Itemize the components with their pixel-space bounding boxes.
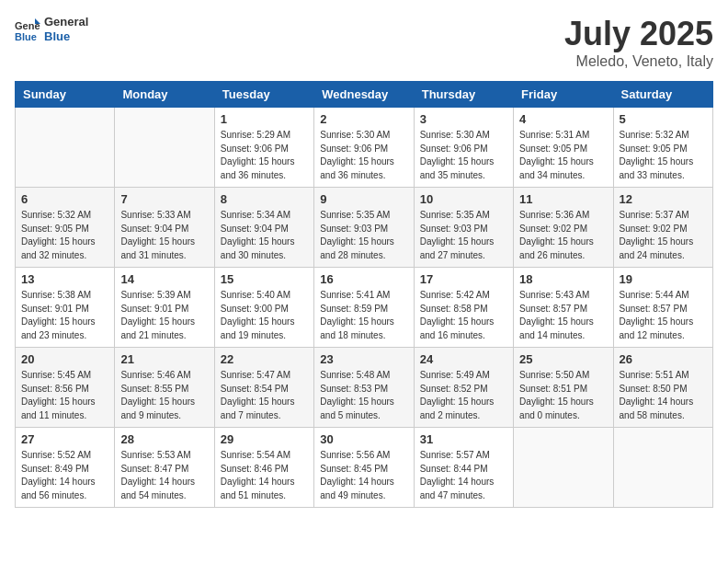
calendar-day: 9Sunrise: 5:35 AMSunset: 9:03 PMDaylight… [314,188,414,268]
day-number: 13 [21,272,108,286]
calendar-day: 24Sunrise: 5:49 AMSunset: 8:52 PMDayligh… [414,348,513,428]
day-number: 5 [620,112,707,126]
day-info: Sunrise: 5:32 AMSunset: 9:05 PMDaylight:… [21,209,108,262]
calendar-day: 31Sunrise: 5:57 AMSunset: 8:44 PMDayligh… [414,428,513,508]
svg-text:Blue: Blue [15,31,37,42]
calendar-day: 26Sunrise: 5:51 AMSunset: 8:50 PMDayligh… [613,348,712,428]
day-number: 15 [221,272,308,286]
day-number: 12 [620,192,707,206]
day-info: Sunrise: 5:53 AMSunset: 8:47 PMDaylight:… [120,449,208,502]
day-number: 27 [21,432,108,446]
day-number: 10 [420,192,507,206]
calendar-day: 10Sunrise: 5:35 AMSunset: 9:03 PMDayligh… [414,188,513,268]
calendar-day: 14Sunrise: 5:39 AMSunset: 9:01 PMDayligh… [115,268,214,348]
day-info: Sunrise: 5:43 AMSunset: 8:57 PMDaylight:… [519,289,607,342]
day-number: 19 [620,272,707,286]
day-info: Sunrise: 5:35 AMSunset: 9:03 PMDaylight:… [420,209,507,262]
day-info: Sunrise: 5:34 AMSunset: 9:04 PMDaylight:… [221,209,308,262]
weekday-header-thursday: Thursday [414,82,513,108]
calendar-day: 16Sunrise: 5:41 AMSunset: 8:59 PMDayligh… [314,268,414,348]
day-info: Sunrise: 5:46 AMSunset: 8:55 PMDaylight:… [120,369,208,422]
calendar-day: 22Sunrise: 5:47 AMSunset: 8:54 PMDayligh… [214,348,313,428]
calendar-day: 19Sunrise: 5:44 AMSunset: 8:57 PMDayligh… [613,268,712,348]
day-number: 14 [120,272,208,286]
calendar-day: 27Sunrise: 5:52 AMSunset: 8:49 PMDayligh… [16,428,115,508]
calendar-day: 21Sunrise: 5:46 AMSunset: 8:55 PMDayligh… [115,348,214,428]
calendar-day [115,108,214,188]
day-number: 7 [120,192,208,206]
day-number: 6 [21,192,108,206]
calendar-day [514,428,613,508]
calendar-day: 1Sunrise: 5:29 AMSunset: 9:06 PMDaylight… [214,108,313,188]
day-number: 31 [420,432,507,446]
weekday-header-tuesday: Tuesday [214,82,313,108]
calendar-day: 3Sunrise: 5:30 AMSunset: 9:06 PMDaylight… [414,108,513,188]
calendar-week-1: 1Sunrise: 5:29 AMSunset: 9:06 PMDaylight… [16,108,713,188]
day-info: Sunrise: 5:38 AMSunset: 9:01 PMDaylight:… [21,289,108,342]
day-info: Sunrise: 5:51 AMSunset: 8:50 PMDaylight:… [620,369,707,422]
calendar-day: 6Sunrise: 5:32 AMSunset: 9:05 PMDaylight… [16,188,115,268]
day-number: 3 [420,112,507,126]
calendar-day: 23Sunrise: 5:48 AMSunset: 8:53 PMDayligh… [314,348,414,428]
calendar-day: 5Sunrise: 5:32 AMSunset: 9:05 PMDaylight… [613,108,712,188]
logo-blue: Blue [44,29,88,44]
page-header: General Blue General Blue July 2025 Mele… [15,15,713,70]
calendar-day: 15Sunrise: 5:40 AMSunset: 9:00 PMDayligh… [214,268,313,348]
day-number: 25 [519,352,607,366]
location: Meledo, Veneto, Italy [564,53,713,70]
day-number: 21 [120,352,208,366]
day-number: 17 [420,272,507,286]
day-info: Sunrise: 5:50 AMSunset: 8:51 PMDaylight:… [519,369,607,422]
day-info: Sunrise: 5:33 AMSunset: 9:04 PMDaylight:… [120,209,208,262]
calendar-day: 28Sunrise: 5:53 AMSunset: 8:47 PMDayligh… [115,428,214,508]
day-number: 22 [221,352,308,366]
day-info: Sunrise: 5:44 AMSunset: 8:57 PMDaylight:… [620,289,707,342]
calendar-day [613,428,712,508]
day-info: Sunrise: 5:36 AMSunset: 9:02 PMDaylight:… [519,209,607,262]
weekday-header-sunday: Sunday [16,82,115,108]
day-info: Sunrise: 5:37 AMSunset: 9:02 PMDaylight:… [620,209,707,262]
calendar-week-2: 6Sunrise: 5:32 AMSunset: 9:05 PMDaylight… [16,188,713,268]
calendar-day: 18Sunrise: 5:43 AMSunset: 8:57 PMDayligh… [514,268,613,348]
calendar-day: 2Sunrise: 5:30 AMSunset: 9:06 PMDaylight… [314,108,414,188]
day-number: 11 [519,192,607,206]
day-number: 1 [221,112,308,126]
calendar-day: 20Sunrise: 5:45 AMSunset: 8:56 PMDayligh… [16,348,115,428]
day-number: 9 [320,192,407,206]
weekday-header-row: SundayMondayTuesdayWednesdayThursdayFrid… [16,82,713,108]
weekday-header-monday: Monday [115,82,214,108]
day-info: Sunrise: 5:30 AMSunset: 9:06 PMDaylight:… [320,129,407,182]
weekday-header-friday: Friday [514,82,613,108]
day-number: 4 [519,112,607,126]
day-info: Sunrise: 5:29 AMSunset: 9:06 PMDaylight:… [221,129,308,182]
day-number: 16 [320,272,407,286]
calendar-week-4: 20Sunrise: 5:45 AMSunset: 8:56 PMDayligh… [16,348,713,428]
day-number: 20 [21,352,108,366]
day-info: Sunrise: 5:35 AMSunset: 9:03 PMDaylight:… [320,209,407,262]
calendar-day: 25Sunrise: 5:50 AMSunset: 8:51 PMDayligh… [514,348,613,428]
day-info: Sunrise: 5:40 AMSunset: 9:00 PMDaylight:… [221,289,308,342]
day-info: Sunrise: 5:42 AMSunset: 8:58 PMDaylight:… [420,289,507,342]
day-info: Sunrise: 5:54 AMSunset: 8:46 PMDaylight:… [221,449,308,502]
day-info: Sunrise: 5:45 AMSunset: 8:56 PMDaylight:… [21,369,108,422]
logo-general: General [44,15,88,29]
day-number: 28 [120,432,208,446]
day-number: 26 [620,352,707,366]
day-number: 24 [420,352,507,366]
day-info: Sunrise: 5:31 AMSunset: 9:05 PMDaylight:… [519,129,607,182]
month-title: July 2025 [564,15,713,53]
day-number: 2 [320,112,407,126]
calendar-day: 30Sunrise: 5:56 AMSunset: 8:45 PMDayligh… [314,428,414,508]
day-info: Sunrise: 5:32 AMSunset: 9:05 PMDaylight:… [620,129,707,182]
calendar-day: 11Sunrise: 5:36 AMSunset: 9:02 PMDayligh… [514,188,613,268]
logo-icon: General Blue [15,17,40,42]
day-info: Sunrise: 5:30 AMSunset: 9:06 PMDaylight:… [420,129,507,182]
calendar-day: 7Sunrise: 5:33 AMSunset: 9:04 PMDaylight… [115,188,214,268]
day-number: 30 [320,432,407,446]
day-info: Sunrise: 5:39 AMSunset: 9:01 PMDaylight:… [120,289,208,342]
day-number: 29 [221,432,308,446]
calendar-day: 12Sunrise: 5:37 AMSunset: 9:02 PMDayligh… [613,188,712,268]
day-info: Sunrise: 5:52 AMSunset: 8:49 PMDaylight:… [21,449,108,502]
calendar-day: 8Sunrise: 5:34 AMSunset: 9:04 PMDaylight… [214,188,313,268]
day-info: Sunrise: 5:57 AMSunset: 8:44 PMDaylight:… [420,449,507,502]
